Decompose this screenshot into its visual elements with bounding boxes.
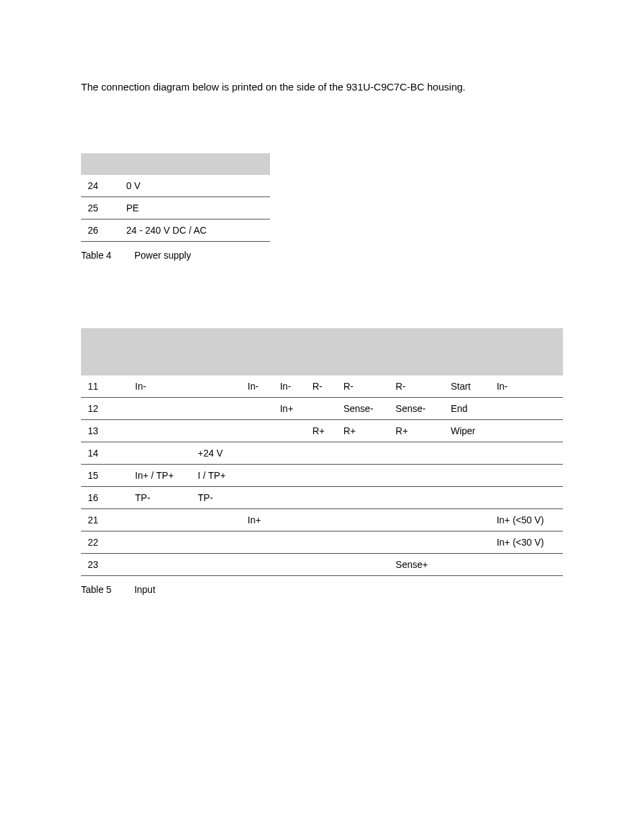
- cell: [444, 487, 490, 509]
- cell: Sense-: [337, 398, 389, 420]
- cell: [490, 442, 563, 465]
- cell: [128, 531, 191, 554]
- cell: R-: [337, 375, 389, 398]
- cell: [241, 487, 273, 509]
- cell: [306, 554, 337, 576]
- cell: [273, 465, 306, 487]
- cell: [490, 398, 563, 420]
- cell: 21: [81, 509, 128, 531]
- cell: I / TP+: [191, 465, 241, 487]
- cell: [241, 531, 273, 554]
- table-row: 16 TP- TP-: [81, 487, 563, 509]
- cell: 12: [81, 398, 128, 420]
- cell: [490, 465, 563, 487]
- cell: [306, 398, 337, 420]
- cell: 15: [81, 465, 128, 487]
- table-row: 25 PE: [81, 197, 270, 219]
- table-row: 24 0 V: [81, 175, 270, 197]
- cell: In+: [273, 398, 306, 420]
- table-row: 22 In+ (<30 V): [81, 531, 563, 554]
- cell: In+ (<50 V): [490, 509, 563, 531]
- cell: [128, 509, 191, 531]
- cell: TP-: [128, 487, 191, 509]
- cell: [389, 442, 444, 465]
- cell: [337, 531, 389, 554]
- cell: [306, 509, 337, 531]
- cell: [191, 531, 241, 554]
- cell: [273, 509, 306, 531]
- cell: [241, 442, 273, 465]
- cell: Sense-: [389, 398, 444, 420]
- cell: 25: [81, 197, 119, 219]
- table-row: 21 In+ In+ (<50 V): [81, 509, 563, 531]
- cell: In-: [490, 375, 563, 398]
- cell: +24 V: [191, 442, 241, 465]
- cell: [337, 465, 389, 487]
- cell: End: [444, 398, 490, 420]
- cell: In-: [273, 375, 306, 398]
- cell: PE: [119, 197, 270, 219]
- cell: 13: [81, 420, 128, 442]
- cell: [444, 554, 490, 576]
- cell: [306, 465, 337, 487]
- cell: [389, 465, 444, 487]
- cell: R+: [306, 420, 337, 442]
- cell: [389, 531, 444, 554]
- cell: [128, 442, 191, 465]
- cell: TP-: [191, 487, 241, 509]
- cell: 22: [81, 531, 128, 554]
- cell: 24: [81, 175, 119, 197]
- cell: [490, 487, 563, 509]
- cell: [128, 554, 191, 576]
- cell: In+ (<30 V): [490, 531, 563, 554]
- table-row: 23 Sense+: [81, 554, 563, 576]
- caption-label: Table 5: [81, 584, 132, 595]
- cell: R-: [389, 375, 444, 398]
- cell: [444, 442, 490, 465]
- cell: In-: [128, 375, 191, 398]
- cell: 26: [81, 219, 119, 242]
- cell: [191, 375, 241, 398]
- table-row: 13 R+ R+ R+ Wiper: [81, 420, 563, 442]
- cell: [306, 442, 337, 465]
- cell: [337, 554, 389, 576]
- cell: [273, 442, 306, 465]
- intro-text: The connection diagram below is printed …: [81, 81, 563, 93]
- cell: [273, 487, 306, 509]
- cell: [306, 487, 337, 509]
- cell: [241, 420, 273, 442]
- cell: R+: [389, 420, 444, 442]
- cell: [337, 442, 389, 465]
- cell: [241, 554, 273, 576]
- cell: [241, 465, 273, 487]
- cell: [337, 509, 389, 531]
- cell: In+ / TP+: [128, 465, 191, 487]
- cell: [444, 509, 490, 531]
- cell: Sense+: [389, 554, 444, 576]
- cell: [389, 487, 444, 509]
- cell: [128, 420, 191, 442]
- table-row: 15 In+ / TP+ I / TP+: [81, 465, 563, 487]
- caption-text: Power supply: [134, 250, 191, 261]
- cell: 16: [81, 487, 128, 509]
- cell: [273, 554, 306, 576]
- cell: [389, 509, 444, 531]
- caption-text: Input: [134, 584, 155, 595]
- cell: R+: [337, 420, 389, 442]
- table5-caption: Table 5 Input: [81, 584, 563, 595]
- cell: [128, 398, 191, 420]
- cell: [273, 420, 306, 442]
- cell: [444, 531, 490, 554]
- cell: [490, 554, 563, 576]
- table-row: 26 24 - 240 V DC / AC: [81, 219, 270, 242]
- cell: R-: [306, 375, 337, 398]
- table4-caption: Table 4 Power supply: [81, 250, 563, 261]
- cell: 0 V: [119, 175, 270, 197]
- cell: [490, 420, 563, 442]
- table-row: 14 +24 V: [81, 442, 563, 465]
- cell: In+: [241, 509, 273, 531]
- cell: [191, 554, 241, 576]
- table-row: 11 In- In- In- R- R- R- Start In-: [81, 375, 563, 398]
- cell: 14: [81, 442, 128, 465]
- cell: In-: [241, 375, 273, 398]
